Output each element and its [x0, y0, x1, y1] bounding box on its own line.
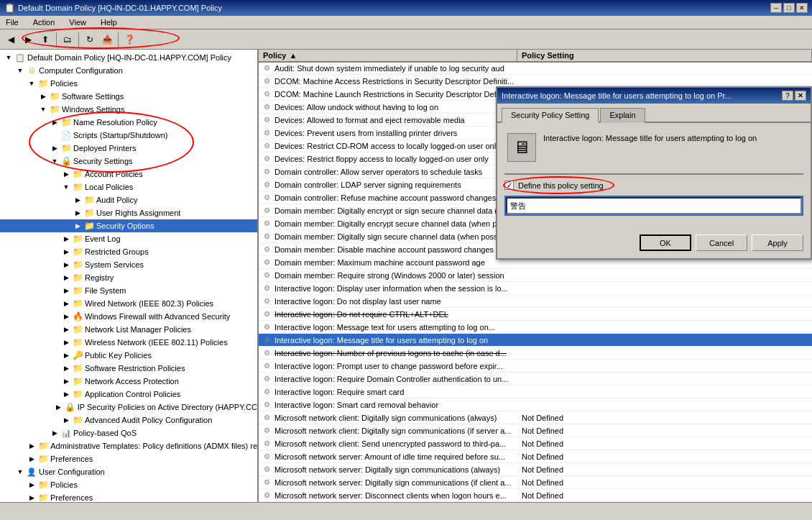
expander-preferences-user[interactable]: ▶ — [26, 492, 37, 502]
menu-view[interactable]: View — [66, 17, 89, 27]
refresh-button[interactable]: ↻ — [82, 32, 98, 47]
expander-network-access[interactable]: ▶ — [60, 375, 72, 387]
list-row[interactable]: ⚙Interactive logon: Prompt user to chang… — [259, 360, 812, 373]
expander-app-control[interactable]: ▶ — [60, 388, 72, 400]
list-row[interactable]: ⚙Interactive logon: Message title for us… — [259, 334, 812, 347]
tree-item-public-key[interactable]: ▶ 🔑 Public Key Policies — [0, 349, 257, 362]
tree-item-registry[interactable]: ▶ 📁 Registry — [0, 271, 257, 284]
list-row[interactable]: ⚙Microsoft network server: Amount of idl… — [259, 450, 812, 463]
tree-item-security-settings[interactable]: ▼ 🔒 Security Settings — [0, 155, 257, 168]
expander-local-policies[interactable]: ▼ — [60, 181, 72, 193]
expander-wireless-network[interactable]: ▶ — [60, 337, 72, 348]
expander-audit-policy[interactable]: ▶ — [72, 194, 83, 206]
define-policy-checkbox[interactable]: ✓ — [504, 181, 514, 190]
tree-item-root[interactable]: ▼ 📋 Default Domain Policy [HQ-IN-DC-01.H… — [0, 51, 257, 64]
list-row[interactable]: ⚙Interactive logon: Number of previous l… — [259, 347, 812, 360]
expander-policies-user[interactable]: ▶ — [26, 479, 37, 491]
ok-button[interactable]: OK — [640, 234, 691, 251]
expander-user-rights[interactable]: ▶ — [72, 207, 83, 219]
tree-item-scripts[interactable]: 📄 Scripts (Startup/Shutdown) — [0, 129, 257, 142]
list-row[interactable]: ⚙Microsoft network server: Digitally sig… — [259, 463, 812, 476]
expander-restricted-groups[interactable]: ▶ — [60, 246, 72, 257]
list-row[interactable]: ⚙Microsoft network client: Send unencryp… — [259, 437, 812, 450]
export-button[interactable]: 📤 — [99, 32, 115, 47]
column-setting[interactable]: Policy Setting — [517, 50, 812, 61]
list-row[interactable]: ⚙Interactive logon: Do not require CTRL+… — [259, 308, 812, 321]
tree-item-network-access[interactable]: ▶ 📁 Network Access Protection — [0, 375, 257, 388]
tree-item-windows-settings[interactable]: ▼ 📁 Windows Settings — [0, 103, 257, 116]
list-row[interactable]: ⚙Microsoft network server: Disconnect cl… — [259, 489, 812, 502]
menu-action[interactable]: Action — [30, 17, 58, 27]
help-button[interactable]: ❓ — [121, 32, 137, 47]
list-row[interactable]: ⚙Interactive logon: Require Domain Contr… — [259, 373, 812, 386]
expander-security-settings[interactable]: ▼ — [49, 155, 60, 167]
expander-name-resolution[interactable]: ▶ — [49, 117, 60, 128]
tree-item-wired-network[interactable]: ▶ 📁 Wired Network (IEEE 802.3) Policies — [0, 297, 257, 310]
forward-button[interactable]: ▶ — [20, 32, 36, 47]
expander-public-key[interactable]: ▶ — [60, 350, 72, 361]
tree-item-file-system[interactable]: ▶ 📁 File System — [0, 284, 257, 297]
expander-deployed-printers[interactable]: ▶ — [49, 142, 60, 154]
expander-system-services[interactable]: ▶ — [60, 259, 72, 270]
tree-item-event-log[interactable]: ▶ 📁 Event Log — [0, 232, 257, 245]
list-row[interactable]: ⚙Microsoft network client: Digitally sig… — [259, 411, 812, 424]
expander-advanced-audit[interactable]: ▶ — [60, 414, 72, 426]
expander-registry[interactable]: ▶ — [60, 272, 72, 283]
expander-comp-config[interactable]: ▼ — [14, 65, 26, 76]
tree-item-software-restriction[interactable]: ▶ 📁 Software Restriction Policies — [0, 362, 257, 375]
tree-item-preferences-user[interactable]: ▶ 📁 Preferences — [0, 491, 257, 502]
list-row[interactable]: ⚙Interactive logon: Smart card removal b… — [259, 398, 812, 411]
expander-wired-network[interactable]: ▶ — [60, 298, 72, 309]
dialog-close-button[interactable]: ✕ — [795, 91, 806, 101]
expander-admin-templates-comp[interactable]: ▶ — [26, 440, 37, 452]
tree-item-advanced-audit[interactable]: ▶ 📁 Advanced Audit Policy Configuration — [0, 414, 257, 427]
expander-policies[interactable]: ▼ — [26, 78, 37, 89]
list-row[interactable]: ⚙Domain member: Require strong (Windows … — [259, 269, 812, 282]
apply-button[interactable]: Apply — [752, 234, 803, 251]
tree-item-ip-security[interactable]: ▶ 🔒 IP Security Policies on Active Direc… — [0, 401, 257, 414]
expander-security-options[interactable]: ▶ — [72, 220, 83, 232]
expander-network-list[interactable]: ▶ — [60, 324, 72, 335]
tab-security-policy-setting[interactable]: Security Policy Setting — [502, 108, 599, 123]
expander-ip-security[interactable]: ▶ — [53, 401, 65, 413]
tree-item-system-services[interactable]: ▶ 📁 System Services — [0, 258, 257, 271]
show-hide-button[interactable]: 🗂 — [60, 32, 75, 47]
expander-event-log[interactable]: ▶ — [60, 233, 72, 245]
back-button[interactable]: ◀ — [3, 32, 19, 47]
policy-value-input[interactable] — [506, 197, 802, 214]
expander-windows-settings[interactable]: ▼ — [37, 104, 49, 115]
minimize-button[interactable]: ─ — [770, 3, 782, 13]
list-row[interactable]: ⚙Microsoft network client: Digitally sig… — [259, 424, 812, 437]
dialog[interactable]: Interactive logon: Message title for use… — [496, 86, 812, 260]
tree-item-name-resolution[interactable]: ▶ 📁 Name Resolution Policy — [0, 116, 257, 129]
list-row[interactable]: ⚙Interactive logon: Message text for use… — [259, 321, 812, 334]
tree-item-deployed-printers[interactable]: ▶ 📁 Deployed Printers — [0, 142, 257, 155]
up-button[interactable]: ⬆ — [37, 32, 53, 47]
tree-item-security-options[interactable]: ▶ 📁 Security Options — [0, 219, 257, 232]
dialog-help-button[interactable]: ? — [782, 91, 793, 101]
expander-software-settings[interactable]: ▶ — [37, 91, 49, 102]
tree-item-user-config[interactable]: ▼ 👤 User Configuration — [0, 465, 257, 478]
menu-file[interactable]: File — [3, 17, 22, 27]
tree-item-policies[interactable]: ▼ 📁 Policies — [0, 77, 257, 90]
expander-preferences-comp[interactable]: ▶ — [26, 453, 37, 465]
list-row[interactable]: ⚙Audit: Shut down system immediately if … — [259, 63, 812, 75]
maximize-button[interactable]: □ — [783, 3, 795, 13]
list-row[interactable]: ⚙Interactive logon: Do not display last … — [259, 295, 812, 308]
tree-item-policy-qos[interactable]: ▶ 📊 Policy-based QoS — [0, 427, 257, 439]
expander-software-restriction[interactable]: ▶ — [60, 362, 72, 374]
tree-item-local-policies[interactable]: ▼ 📁 Local Policies — [0, 181, 257, 193]
tree-item-restricted-groups[interactable]: ▶ 📁 Restricted Groups — [0, 245, 257, 258]
tree-item-admin-templates-comp[interactable]: ▶ 📁 Administrative Templates: Policy def… — [0, 439, 257, 452]
expander-user-config[interactable]: ▼ — [14, 466, 26, 478]
menu-help[interactable]: Help — [98, 17, 120, 27]
tree-item-user-rights[interactable]: ▶ 📁 User Rights Assignment — [0, 206, 257, 219]
tree-item-comp-config[interactable]: ▼ 🖥 Computer Configuration — [0, 64, 257, 77]
tree-item-wireless-network[interactable]: ▶ 📁 Wireless Network (IEEE 802.11) Polic… — [0, 336, 257, 349]
tree-item-account-policies[interactable]: ▶ 📁 Account Policies — [0, 168, 257, 181]
tree-item-windows-firewall[interactable]: ▶ 🔥 Windows Firewall with Advanced Secur… — [0, 310, 257, 323]
cancel-button[interactable]: Cancel — [696, 234, 747, 251]
expander-policy-qos[interactable]: ▶ — [49, 427, 60, 439]
tree-item-app-control[interactable]: ▶ 📁 Application Control Policies — [0, 388, 257, 401]
tree-item-policies-user[interactable]: ▶ 📁 Policies — [0, 478, 257, 491]
